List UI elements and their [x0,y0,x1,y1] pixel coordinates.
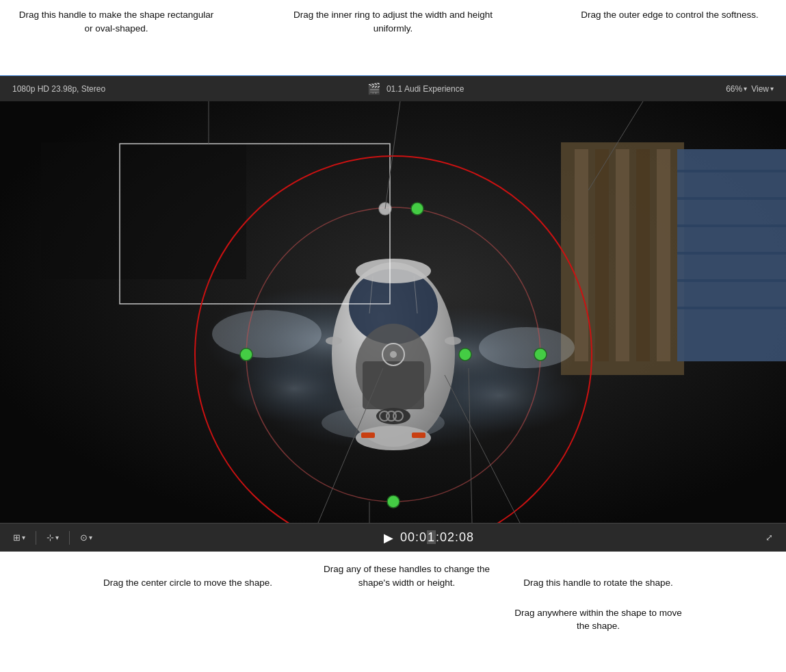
speed-icon: ⊙ [80,532,88,543]
svg-rect-14 [677,307,786,309]
viewer-toolbar: ⊞ ▾ ⊹ ▾ ⊙ ▾ ▶ 00:01:02:08 ⤢ [0,523,786,552]
view-mode-button[interactable]: ⊞ ▾ [10,531,29,544]
toolbar-center: ▶ 00:01:02:08 [384,530,474,545]
svg-rect-12 [677,252,786,255]
svg-point-44 [240,348,252,361]
annotation-bottom-center: Drag any of these handles to change the … [318,563,496,589]
transform-icon: ⊹ [47,532,54,543]
svg-rect-27 [363,361,424,409]
zoom-button[interactable]: 66% ▾ [726,84,747,94]
annotation-bottom-left: Drag the center circle to move the shape… [99,563,277,590]
view-mode-icon: ⊞ [13,532,21,543]
timecode-display: 00:01:02:08 [400,530,474,545]
title-section: 🎬 01.1 Audi Experience [367,82,464,95]
svg-point-36 [356,259,431,283]
svg-rect-3 [575,149,588,361]
view-button[interactable]: View ▾ [751,84,774,94]
film-icon: 🎬 [367,82,381,95]
svg-point-21 [212,310,322,358]
transform-button[interactable]: ⊹ ▾ [43,531,62,544]
top-annotations-bar: Drag this handle to make the shape recta… [0,0,786,75]
zoom-chevron-icon: ▾ [744,85,747,92]
svg-point-43 [411,203,423,215]
annotation-top-center: Drag the inner ring to adjust the width … [291,5,496,70]
svg-rect-7 [657,149,670,361]
svg-rect-15 [41,142,246,279]
play-button[interactable]: ▶ [384,530,393,545]
annotation-top-left: Drag this handle to make the shape recta… [14,5,219,70]
speed-button[interactable]: ⊙ ▾ [77,531,96,544]
svg-rect-11 [677,224,786,227]
toolbar-separator-1 [36,531,36,545]
svg-rect-8 [677,149,786,361]
bottom-annotations-bar: Drag the center circle to move the shape… [0,552,786,672]
fullscreen-icon: ⤢ [765,532,773,543]
svg-rect-5 [616,149,629,361]
svg-rect-6 [636,149,650,361]
svg-rect-4 [595,149,609,361]
video-area[interactable] [0,101,786,523]
fullscreen-button[interactable]: ⤢ [762,531,776,544]
svg-point-48 [390,351,397,358]
svg-point-35 [445,337,461,345]
annotation-bottom-right: Drag this handle to rotate the shape. Dr… [510,563,687,633]
annotation-top-right: Drag the outer edge to control the softn… [567,5,772,70]
transform-chevron-icon: ▾ [55,534,59,541]
svg-rect-13 [677,279,786,282]
annotation-bottom-right-move: Drag anywhere within the shape to move t… [510,606,687,633]
toolbar-separator-2 [69,531,70,545]
format-label: 1080p HD 23.98p, Stereo [12,84,105,94]
clip-title: 01.1 Audi Experience [387,84,464,94]
svg-point-34 [326,337,342,345]
viewer-controls: 66% ▾ View ▾ [726,84,774,94]
svg-point-46 [387,495,399,508]
toolbar-left: ⊞ ▾ ⊹ ▾ ⊙ ▾ [10,531,96,545]
svg-point-22 [479,327,575,368]
video-overlay-svg [0,101,786,523]
timecode-highlighted: 1 [427,530,436,544]
toolbar-right: ⤢ [762,531,776,544]
svg-rect-9 [677,170,786,172]
svg-point-50 [459,348,471,361]
svg-rect-38 [361,432,375,438]
view-mode-chevron-icon: ▾ [22,534,25,541]
svg-point-45 [534,348,547,361]
play-icon: ▶ [384,531,393,545]
svg-rect-10 [677,197,786,200]
view-chevron-icon: ▾ [770,85,774,92]
annotation-bottom-right-rotate: Drag this handle to rotate the shape. [510,576,687,590]
viewer-header: 1080p HD 23.98p, Stereo 🎬 01.1 Audi Expe… [0,75,786,101]
speed-chevron-icon: ▾ [89,534,92,541]
svg-rect-39 [412,432,425,438]
